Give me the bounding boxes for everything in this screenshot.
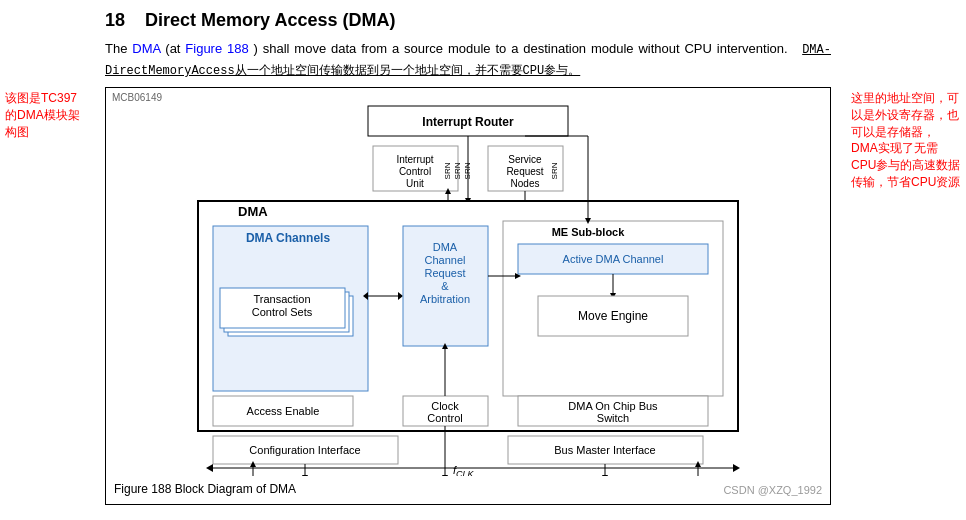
section-number: 18 bbox=[105, 10, 125, 31]
right-annotation: 这里的地址空间，可以是外设寄存器，也可以是存储器，DMA实现了无需CPU参与的高… bbox=[846, 0, 966, 520]
svg-text:DMA Channels: DMA Channels bbox=[246, 231, 331, 245]
svg-text:Control: Control bbox=[427, 412, 462, 424]
svg-text:Configuration  Interface: Configuration Interface bbox=[249, 444, 360, 456]
left-annotation: 该图是TC397的DMA模块架构图 bbox=[0, 0, 90, 520]
svg-text:SRN: SRN bbox=[453, 163, 462, 180]
svg-text:ME Sub-block: ME Sub-block bbox=[552, 226, 626, 238]
svg-text:Unit: Unit bbox=[406, 178, 424, 189]
svg-text:Control Sets: Control Sets bbox=[252, 306, 313, 318]
right-annotation-text: 这里的地址空间，可以是外设寄存器，也可以是存储器，DMA实现了无需CPU参与的高… bbox=[851, 91, 960, 189]
svg-text:Interrupt: Interrupt bbox=[396, 154, 433, 165]
svg-marker-63 bbox=[733, 464, 740, 472]
svg-text:DMA On Chip Bus: DMA On Chip Bus bbox=[568, 400, 658, 412]
svg-text:Clock: Clock bbox=[431, 400, 459, 412]
svg-text:fCLK: fCLK bbox=[453, 464, 475, 476]
svg-text:SRN: SRN bbox=[550, 163, 559, 180]
svg-text:DMA: DMA bbox=[433, 241, 458, 253]
svg-text:Arbitration: Arbitration bbox=[420, 293, 470, 305]
diagram-svg: Interrupt Router Interrupt Control Unit … bbox=[158, 96, 778, 476]
svg-text:Channel: Channel bbox=[425, 254, 466, 266]
figure-caption: Figure 188 Block Diagram of DMA bbox=[114, 482, 822, 496]
page-container: 该图是TC397的DMA模块架构图 18 Direct Memory Acces… bbox=[0, 0, 966, 520]
svg-marker-62 bbox=[206, 464, 213, 472]
desc-middle: (at bbox=[165, 41, 185, 56]
description-text: The DMA (at Figure 188 ) shall move data… bbox=[105, 39, 831, 81]
svg-text:SRN: SRN bbox=[443, 163, 452, 180]
svg-text:Switch: Switch bbox=[597, 412, 629, 424]
svg-text:&: & bbox=[441, 280, 449, 292]
svg-text:Bus Master Interface: Bus Master Interface bbox=[554, 444, 656, 456]
svg-text:Transaction: Transaction bbox=[253, 293, 310, 305]
svg-text:DMA: DMA bbox=[238, 204, 268, 219]
svg-text:Access Enable: Access Enable bbox=[247, 405, 320, 417]
svg-text:Service: Service bbox=[508, 154, 542, 165]
section-header: 18 Direct Memory Access (DMA) bbox=[105, 10, 831, 31]
svg-text:Active DMA Channel: Active DMA Channel bbox=[563, 253, 664, 265]
main-content: 18 Direct Memory Access (DMA) The DMA (a… bbox=[90, 0, 846, 520]
diagram-wrapper: MCB06149 Interrupt Router Interrupt Cont… bbox=[105, 87, 831, 505]
svg-text:Request: Request bbox=[425, 267, 466, 279]
mcb-label: MCB06149 bbox=[112, 92, 162, 103]
dma-link[interactable]: DMA bbox=[132, 41, 160, 56]
figure-caption-text: Figure 188 Block Diagram of DMA bbox=[114, 482, 296, 496]
desc-after: ) shall move data from a source module t… bbox=[254, 41, 798, 56]
svg-text:Control: Control bbox=[399, 166, 431, 177]
left-annotation-text: 该图是TC397的DMA模块架构图 bbox=[5, 91, 80, 139]
figure-link[interactable]: Figure 188 bbox=[185, 41, 248, 56]
desc-before: The bbox=[105, 41, 132, 56]
svg-text:Nodes: Nodes bbox=[511, 178, 540, 189]
svg-text:Interrupt Router: Interrupt Router bbox=[422, 115, 514, 129]
diagram-container: MCB06149 Interrupt Router Interrupt Cont… bbox=[105, 87, 831, 505]
svg-text:Request: Request bbox=[506, 166, 543, 177]
csdn-watermark: CSDN @XZQ_1992 bbox=[723, 484, 822, 496]
svg-text:Move Engine: Move Engine bbox=[578, 309, 648, 323]
section-title: Direct Memory Access (DMA) bbox=[145, 10, 395, 31]
